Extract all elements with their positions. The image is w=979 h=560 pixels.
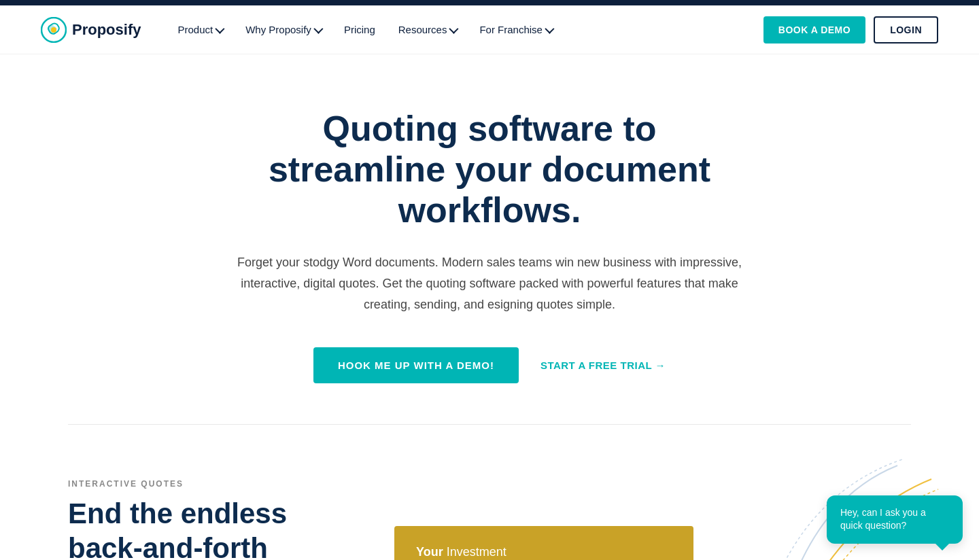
nav-pricing[interactable]: Pricing (334, 18, 385, 41)
chevron-down-icon (545, 24, 554, 33)
hook-demo-button[interactable]: HOOK ME UP WITH A DEMO! (313, 347, 519, 383)
book-demo-button[interactable]: BOOK A DEMO (763, 16, 865, 43)
hero-section: Quoting software to streamline your docu… (0, 54, 979, 424)
nav-ctas: BOOK A DEMO LOGIN (763, 16, 938, 43)
nav-product[interactable]: Product (168, 18, 232, 41)
quote-card-title: Your Investment (416, 545, 672, 559)
logo-icon (41, 17, 67, 43)
nav-links: Product Why Proposify Pricing Resources … (168, 18, 763, 41)
quote-card: Your Investment (394, 526, 693, 560)
section-label: INTERACTIVE QUOTES (68, 479, 354, 489)
start-trial-button[interactable]: START A FREE TRIAL → (540, 360, 666, 371)
chevron-down-icon (313, 24, 323, 33)
nav-franchise[interactable]: For Franchise (470, 18, 562, 41)
top-bar (0, 0, 979, 5)
section-heading: End the endless back-and-forth (68, 497, 340, 560)
chat-bubble[interactable]: Hey, can I ask you a quick question? (827, 495, 963, 544)
login-button[interactable]: LOGIN (874, 16, 938, 43)
navbar: Proposify Product Why Proposify Pricing … (0, 5, 979, 54)
chevron-down-icon (216, 24, 225, 33)
logo[interactable]: Proposify (41, 17, 141, 43)
hero-subtitle: Forget your stodgy Word documents. Moder… (231, 252, 748, 315)
chevron-down-icon (449, 24, 459, 33)
logo-text: Proposify (72, 21, 141, 39)
features-content: INTERACTIVE QUOTES End the endless back-… (68, 479, 911, 560)
features-text: INTERACTIVE QUOTES End the endless back-… (68, 479, 354, 560)
nav-why-proposify[interactable]: Why Proposify (236, 18, 330, 41)
nav-resources[interactable]: Resources (389, 18, 466, 41)
hero-ctas: HOOK ME UP WITH A DEMO! START A FREE TRI… (313, 347, 666, 383)
svg-point-1 (51, 27, 56, 33)
hero-title: Quoting software to streamline your docu… (231, 109, 748, 230)
